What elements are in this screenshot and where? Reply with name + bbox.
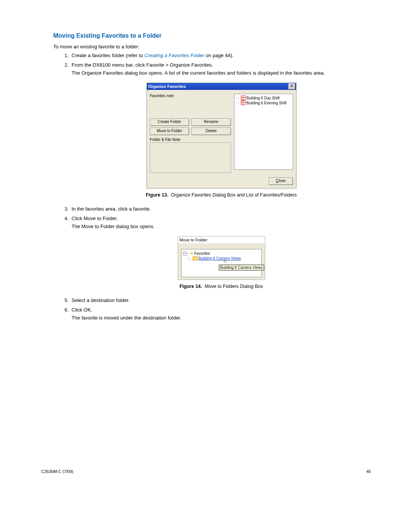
tree-folder-label: Building 6 Camera Views (199, 256, 241, 260)
dialog-title: Organize Favorites (148, 84, 186, 89)
tree-root[interactable]: − ★ Favorites (183, 251, 260, 256)
favorite-grid-icon (241, 96, 245, 100)
organize-favorites-dialog: Organize Favorites × Favorites note Crea… (147, 83, 296, 189)
move-to-folder-dialog: Move to Folder − ★ Favorites (178, 236, 265, 280)
close-underline: C (276, 179, 279, 183)
step-4: Click Move to Folder. The Move to Folder… (70, 216, 371, 289)
step-1: Create a favorites folder (refer to Crea… (70, 53, 371, 58)
close-rest: lose (279, 179, 285, 183)
collapse-icon[interactable]: − (183, 252, 187, 256)
favorites-tree[interactable]: Building 6 Day Shift Building 6 Evening … (234, 94, 293, 170)
step-4b: The Move to Folder dialog box opens. (72, 224, 371, 229)
step-2: From the DX8100 menu bar, click Favorite… (70, 62, 371, 198)
folder-file-note-box (150, 142, 231, 173)
figure-14-text: Move to Folders Dialog Box (205, 284, 263, 289)
step-3: In the favorites area, click a favorite. (70, 206, 371, 212)
figure-13-caption: Figure 13. Organize Favorites Dialog Box… (72, 192, 371, 198)
close-icon[interactable]: × (288, 83, 295, 89)
dialog-titlebar: Organize Favorites × (147, 83, 296, 90)
step-6: Click OK. The favorite is moved under th… (70, 307, 371, 321)
rename-button[interactable]: Rename (191, 118, 231, 126)
step-5: Select a destination folder. (70, 297, 371, 303)
favorites-note-label: Favorites note (150, 94, 231, 98)
step-6a: Click OK. (72, 307, 92, 313)
step-1-prefix: Create a favorites folder (refer to (72, 53, 144, 58)
tree-item[interactable]: Building 6 Evening Shift (236, 101, 291, 105)
section-heading: Moving Existing Favorites to a Folder (53, 32, 371, 39)
tree-branch-icon (236, 103, 239, 103)
folder-tree[interactable]: − ★ Favorites Building 6 Camera Views ☜ (181, 249, 262, 277)
footer-pagenum: 45 (366, 469, 371, 474)
move-to-folder-button[interactable]: Move to Folder (150, 128, 190, 135)
favorite-grid-icon (241, 101, 245, 105)
figure-14-caption: Figure 14. Move to Folders Dialog Box (72, 284, 371, 289)
folder-file-note-label: Folder & File Note (150, 137, 231, 142)
step-2a: From the DX8100 menu bar, click Favorite… (72, 62, 213, 68)
creating-favorites-folder-link[interactable]: Creating a Favorites Folder (144, 53, 204, 58)
delete-button[interactable]: Delete (191, 128, 231, 135)
step-4a: Click Move to Folder. (72, 216, 118, 221)
footer-docid: C2630M-C (7/09) (41, 469, 73, 474)
figure-13-text: Organize Favorites Dialog Box and List o… (171, 192, 297, 198)
figure-14: Move to Folder − ★ Favorites (72, 236, 371, 289)
star-icon: ★ (190, 251, 194, 256)
dialog-title: Move to Folder (178, 236, 265, 244)
close-button[interactable]: Close (269, 177, 293, 185)
figure-13-label: Figure 13. (146, 192, 168, 198)
tree-root-label: Favorites (194, 251, 210, 256)
hand-cursor-icon: ☜ (223, 259, 228, 265)
tree-dots-icon (188, 253, 189, 254)
intro-text: To move an existing favorite to a folder… (53, 44, 371, 50)
tooltip: Building 6 Camera Views (219, 265, 264, 270)
favorites-note-box (150, 99, 231, 116)
step-1-suffix: on page 44). (204, 53, 234, 58)
figure-14-label: Figure 14. (180, 284, 202, 289)
create-folder-button[interactable]: Create Folder (150, 118, 190, 126)
tree-item-label: Building 6 Day Shift (247, 96, 280, 100)
step-6b: The favorite is moved under the destinat… (72, 315, 371, 321)
steps-list: Create a favorites folder (refer to Crea… (53, 53, 371, 321)
figure-13: Organize Favorites × Favorites note Crea… (72, 83, 371, 198)
page-footer: C2630M-C (7/09) 45 (41, 469, 371, 474)
tree-item-label: Building 6 Evening Shift (247, 101, 287, 105)
step-2b: The Organize Favorites dialog box opens.… (72, 70, 371, 76)
folder-icon (193, 256, 198, 260)
tree-branch-icon (236, 98, 239, 98)
tree-item[interactable]: Building 6 Day Shift (236, 96, 291, 100)
tree-branch-icon (188, 256, 192, 260)
